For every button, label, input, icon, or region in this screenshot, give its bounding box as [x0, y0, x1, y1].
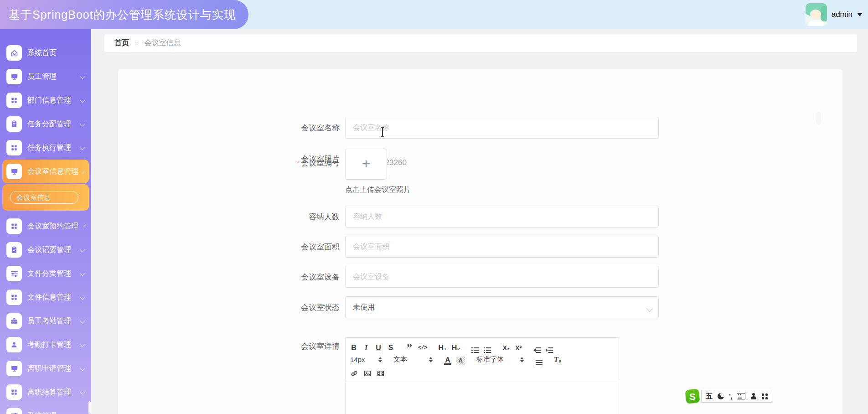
video-button[interactable]	[377, 367, 385, 378]
sidebar-scrollbar-thumb[interactable]	[88, 401, 91, 414]
sidebar-item-system-mgmt[interactable]: 系统管理	[0, 404, 91, 414]
underline-button[interactable]: U	[375, 342, 382, 353]
clipboard-check-icon	[6, 242, 22, 258]
link-button[interactable]	[350, 367, 358, 378]
background-color-button[interactable]: A	[456, 354, 465, 365]
sidebar-item-label: 考勤打卡管理	[27, 340, 71, 350]
form-row-capacity: 容纳人数	[248, 206, 659, 228]
sidebar-item-attendance-mgmt[interactable]: 员工考勤管理	[0, 309, 91, 333]
app-title: 基于SpringBoot的办公管理系统设计与实现	[9, 7, 236, 22]
photo-upload-button[interactable]: +	[345, 149, 387, 180]
status-select[interactable]: 未使用	[345, 296, 659, 318]
room-name-label: 会议室名称	[248, 123, 345, 133]
ordered-list-button[interactable]	[471, 342, 479, 353]
updown-icon	[520, 357, 524, 362]
keyboard-icon[interactable]	[737, 393, 745, 399]
sidebar: 系统首页 员工管理 部门信息管理 任务分配管理 任务执行管理 会议室信息管理	[0, 29, 91, 414]
sidebar-item-label: 员工考勤管理	[27, 316, 71, 326]
subscript-button[interactable]: X₂	[502, 342, 510, 353]
equipment-input[interactable]	[345, 266, 659, 288]
sidebar-item-label: 员工管理	[27, 72, 57, 82]
ime-punctuation-button[interactable]: ’,	[729, 393, 732, 400]
form-row-equipment: 会议室设备	[248, 266, 659, 288]
sidebar-item-file-category-mgmt[interactable]: 文件分类管理	[0, 262, 91, 285]
form-row-room-photo: 会议室照片 + 点击上传会议室照片	[248, 149, 411, 195]
sidebar-item-label: 会议室信息管理	[27, 167, 78, 176]
ime-mode-button[interactable]: 五	[706, 392, 713, 401]
code-block-button[interactable]: </>	[418, 342, 427, 353]
plus-icon: +	[362, 156, 371, 171]
chevron-down-icon	[857, 13, 863, 16]
sogou-logo-icon[interactable]: S	[685, 389, 700, 404]
sidebar-item-department-mgmt[interactable]: 部门信息管理	[0, 88, 91, 112]
sidebar-item-employee-mgmt[interactable]: 员工管理	[0, 65, 91, 88]
editor-toolbar-row3	[350, 366, 614, 378]
chevron-down-icon	[80, 120, 86, 126]
sidebar-item-resign-settle-mgmt[interactable]: 离职结算管理	[0, 380, 91, 404]
sidebar-item-checkin-mgmt[interactable]: 考勤打卡管理	[0, 333, 91, 357]
sidebar-item-file-info-mgmt[interactable]: 文件信息管理	[0, 285, 91, 309]
sidebar-subitem-meetingroom-info[interactable]: 会议室信息	[10, 191, 78, 204]
heading2-button[interactable]: H₂	[452, 342, 460, 353]
avatar[interactable]	[806, 3, 827, 26]
richtext-editor: B I U S ” </> H₁ H₂ X₂ X²	[345, 337, 619, 414]
text-color-button[interactable]: A	[444, 355, 451, 365]
form-card: *会议室编号 1739872323260 会议室名称 会议室照片 + 点击上传会…	[118, 69, 842, 414]
italic-button[interactable]: I	[362, 342, 370, 353]
content-scrollbar-thumb[interactable]	[816, 112, 821, 124]
sidebar-item-resign-apply-mgmt[interactable]: 离职申请管理	[0, 357, 91, 380]
editor-content-area[interactable]	[345, 382, 619, 414]
sidebar-item-meetingroom-booking-mgmt[interactable]: 会议室预约管理	[0, 214, 91, 238]
sidebar-item-label: 文件分类管理	[27, 269, 71, 279]
moon-icon[interactable]	[718, 393, 724, 399]
area-input[interactable]	[345, 236, 659, 258]
capacity-label: 容纳人数	[248, 212, 345, 222]
grid-icon	[6, 93, 22, 108]
align-button[interactable]	[535, 354, 542, 365]
equipment-label: 会议室设备	[248, 272, 345, 282]
strikethrough-button[interactable]: S	[387, 342, 394, 353]
grid-icon	[6, 218, 22, 234]
breadcrumb-home[interactable]: 首页	[114, 38, 129, 48]
bold-button[interactable]: B	[350, 342, 357, 353]
ime-grid-icon[interactable]	[762, 393, 768, 399]
clear-format-label: T	[554, 355, 558, 365]
ime-user-icon[interactable]	[750, 393, 757, 399]
form-row-detail: 会议室详情 B I U S ” </> H₁ H₂ X₂	[248, 337, 619, 414]
image-button[interactable]	[363, 367, 372, 378]
sidebar-item-task-exec-mgmt[interactable]: 任务执行管理	[0, 136, 91, 160]
grid-icon	[6, 140, 22, 155]
outdent-button[interactable]	[533, 342, 541, 353]
heading1-button[interactable]: H₁	[439, 342, 447, 353]
form-row-area: 会议室面积	[248, 236, 659, 258]
blockquote-button[interactable]: ”	[406, 342, 413, 353]
sidebar-item-meetingroom-info-mgmt[interactable]: 会议室信息管理	[2, 160, 89, 183]
chevron-down-icon	[80, 341, 86, 347]
sidebar-item-label: 离职申请管理	[27, 364, 71, 373]
monitor-icon	[6, 69, 22, 84]
bullet-list-button[interactable]	[484, 342, 491, 353]
sidebar-item-task-assign-mgmt[interactable]: 任务分配管理	[0, 112, 91, 136]
room-name-input[interactable]	[345, 117, 659, 139]
sidebar-submenu: 会议室信息	[2, 184, 89, 211]
superscript-button[interactable]: X²	[515, 342, 522, 353]
indent-button[interactable]	[546, 342, 553, 353]
font-family-picker[interactable]: 标准字体	[476, 355, 524, 364]
sidebar-item-meeting-minutes-mgmt[interactable]: 会议记要管理	[0, 238, 91, 262]
sidebar-item-home[interactable]: 系统首页	[0, 41, 91, 65]
paragraph-style-picker[interactable]: 文本	[393, 355, 433, 364]
updown-icon	[378, 357, 382, 362]
user-menu[interactable]: admin	[806, 3, 863, 26]
breadcrumb-current: 会议室信息	[145, 38, 181, 48]
font-size-value: 14px	[350, 356, 365, 363]
form-row-room-name: 会议室名称	[248, 117, 659, 139]
sliders-icon	[6, 266, 22, 281]
capacity-input[interactable]	[345, 206, 659, 228]
room-photo-label: 会议室照片	[248, 154, 345, 164]
clear-format-button[interactable]: Tx	[554, 354, 561, 365]
grid-icon	[6, 384, 22, 400]
main-content: 首页 ≡ 会议室信息 *会议室编号 1739872323260 会议室名称 会议…	[91, 29, 868, 414]
font-size-picker[interactable]: 14px	[350, 356, 382, 363]
sidebar-item-label: 任务执行管理	[27, 143, 71, 153]
avatar-art	[810, 10, 821, 19]
